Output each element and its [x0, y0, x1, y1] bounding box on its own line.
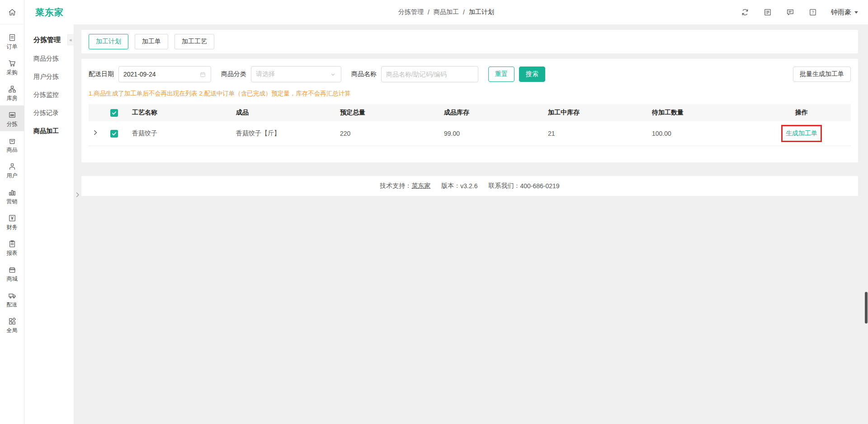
- cell-actions: 生成加工单: [752, 121, 851, 146]
- breadcrumb-item-current: 加工计划: [469, 8, 494, 16]
- submenu-item-user-sorting[interactable]: 用户分拣: [24, 68, 74, 86]
- footer-bar: 技术支持： 菜东家 版本： v3.2.6 联系我们： 400-686-0219: [81, 176, 858, 196]
- user-menu[interactable]: 钟雨豪: [831, 8, 858, 17]
- batch-generate-button[interactable]: 批量生成加工单: [793, 67, 851, 82]
- contact-label: 联系我们：: [488, 182, 520, 190]
- rail-item-users[interactable]: 用户: [0, 157, 24, 183]
- sorting-box-icon: [8, 110, 17, 119]
- topbar-actions: ? 钟雨豪: [741, 8, 868, 17]
- rail-item-mall[interactable]: 商城: [0, 260, 24, 286]
- breadcrumb-separator: /: [428, 9, 429, 16]
- select-all-checkbox[interactable]: [110, 109, 118, 117]
- tasklist-icon[interactable]: [763, 8, 772, 17]
- svg-text:?: ?: [811, 10, 814, 14]
- rail-label: 订单: [7, 44, 18, 49]
- refresh-icon[interactable]: [741, 8, 750, 17]
- delivery-date-input[interactable]: 2021-09-24: [118, 66, 211, 82]
- rail-item-sorting[interactable]: 分拣: [0, 105, 24, 131]
- truck-icon: [8, 291, 17, 300]
- table-row: 香菇饺子 香菇饺子【斤】 220 99.00 21 100.00 生成加工单: [89, 121, 851, 146]
- rail-item-finance[interactable]: 财务: [0, 209, 24, 234]
- submenu-item-sorting-monitor[interactable]: 分拣监控: [24, 86, 74, 104]
- column-header: 成品: [232, 104, 336, 121]
- column-header: 工艺名称: [128, 104, 232, 121]
- contact-value: 400-686-0219: [520, 182, 559, 190]
- tab-processing-order[interactable]: 加工单: [135, 34, 168, 49]
- date-value: 2021-09-24: [123, 71, 199, 78]
- search-button[interactable]: 搜索: [519, 67, 545, 82]
- rail-label: 商品: [7, 147, 18, 152]
- date-filter-label: 配送日期: [89, 70, 114, 78]
- submenu-item-product-processing[interactable]: 商品加工: [24, 122, 74, 140]
- rail-item-global[interactable]: 全局: [0, 312, 24, 338]
- filter-row: 配送日期 2021-09-24 商品分类 请选择: [89, 66, 851, 82]
- app-root: 订单 采购 库房 分拣: [0, 0, 868, 424]
- user-icon: [8, 162, 17, 171]
- expand-row-icon[interactable]: [92, 129, 99, 136]
- grid-icon: [8, 317, 17, 326]
- table-header-row: 工艺名称 成品 预定总量 成品库存 加工中库存 待加工数量 操作: [89, 104, 851, 121]
- collapse-sidebar-icon[interactable]: «: [67, 34, 74, 45]
- rail-label: 全局: [7, 328, 18, 333]
- tab-processing-plan[interactable]: 加工计划: [89, 34, 128, 49]
- cell-finished-stock: 99.00: [440, 121, 544, 146]
- yuan-icon: [8, 214, 17, 223]
- column-header: 待加工数量: [648, 104, 752, 121]
- rail-nav: 订单 采购 库房 分拣: [0, 24, 24, 338]
- rail-label: 配送: [7, 302, 18, 307]
- cell-planned-total: 220: [336, 121, 440, 146]
- help-icon[interactable]: ?: [808, 8, 817, 17]
- submenu-item-product-sorting[interactable]: 商品分拣: [24, 50, 74, 68]
- submenu-title-row: 分拣管理 «: [24, 31, 74, 50]
- warehouse-icon: [8, 85, 17, 94]
- product-name-input[interactable]: [382, 67, 478, 82]
- cart-icon: [8, 59, 17, 68]
- checkbox-cell: [107, 121, 128, 146]
- order-document-icon: [8, 33, 17, 42]
- vertical-scrollbar-thumb[interactable]: [865, 292, 868, 324]
- cell-processing-stock: 21: [544, 121, 648, 146]
- rail-item-delivery[interactable]: 配送: [0, 286, 24, 312]
- column-header-actions: 操作: [752, 104, 851, 121]
- submenu-item-sorting-records[interactable]: 分拣记录: [24, 104, 74, 122]
- reset-button[interactable]: 重置: [488, 67, 514, 82]
- category-select[interactable]: 请选择: [251, 66, 341, 82]
- chevron-right-icon: [75, 192, 80, 198]
- rail-item-warehouse[interactable]: 库房: [0, 80, 24, 105]
- rail-item-goods[interactable]: 商品: [0, 131, 24, 157]
- generate-processing-order-link[interactable]: 生成加工单: [786, 129, 817, 137]
- tab-processing-craft[interactable]: 加工工艺: [175, 34, 214, 49]
- version-value: v3.2.6: [460, 182, 477, 190]
- submenu-sidebar: 分拣管理 « 商品分拣 用户分拣 分拣监控 分拣记录 商品加工: [24, 24, 74, 424]
- sidebar-expand-toggle[interactable]: [74, 188, 81, 201]
- filter-card: 配送日期 2021-09-24 商品分类 请选择: [81, 59, 858, 162]
- rail-label: 财务: [7, 224, 18, 230]
- breadcrumb-item[interactable]: 分拣管理: [398, 8, 424, 16]
- annotation-highlight-box: 生成加工单: [781, 125, 822, 142]
- name-filter-label: 商品名称: [351, 70, 377, 78]
- chevron-down-icon: [854, 11, 858, 15]
- support-label: 技术支持：: [380, 182, 411, 190]
- breadcrumb-separator: /: [463, 9, 465, 16]
- rail-label: 商城: [7, 276, 18, 281]
- rail-item-home[interactable]: [0, 0, 24, 24]
- rail-item-marketing[interactable]: 营销: [0, 183, 24, 209]
- clipboard-icon: [8, 239, 17, 248]
- topbar: 菜东家 分拣管理 / 商品加工 / 加工计划 ?: [24, 0, 868, 24]
- message-icon[interactable]: [786, 8, 795, 17]
- rail-item-reports[interactable]: 报表: [0, 234, 24, 260]
- rail-item-orders[interactable]: 订单: [0, 28, 24, 54]
- row-checkbox[interactable]: [110, 130, 118, 138]
- support-link[interactable]: 菜东家: [411, 182, 430, 190]
- tabs-card: 加工计划 加工单 加工工艺: [81, 30, 858, 53]
- username: 钟雨豪: [831, 8, 851, 17]
- calendar-icon: [199, 71, 206, 78]
- rail-label: 用户: [7, 173, 18, 178]
- storebox-icon: [8, 265, 17, 274]
- rail-item-purchase[interactable]: 采购: [0, 54, 24, 80]
- expand-cell: [89, 121, 107, 146]
- breadcrumb: 分拣管理 / 商品加工 / 加工计划: [398, 8, 494, 16]
- cell-pending-qty: 100.00: [648, 121, 752, 146]
- breadcrumb-item[interactable]: 商品加工: [434, 8, 459, 16]
- category-filter-label: 商品分类: [221, 70, 246, 78]
